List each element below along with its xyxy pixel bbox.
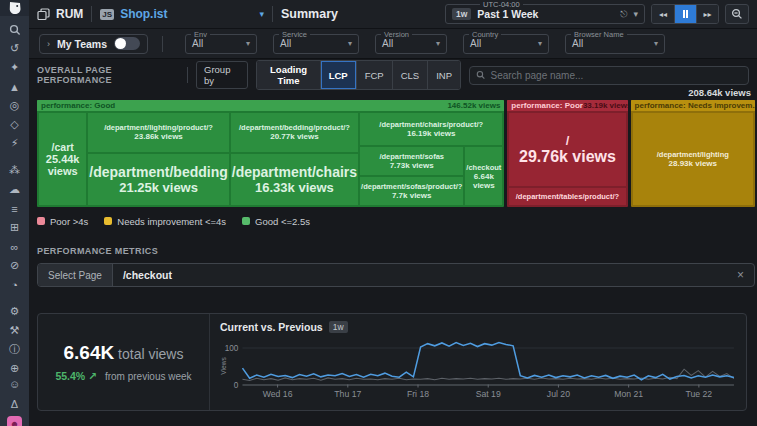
- watchdog-icon[interactable]: ✦: [4, 60, 25, 75]
- treemap-poor-header: performance: Poor 33.19k views: [507, 100, 627, 111]
- country-filter[interactable]: Country All ▾: [463, 34, 549, 54]
- views-chart-area: Current vs. Previous 1w 1000ViewsWed 16T…: [210, 314, 746, 410]
- invite-user-icon[interactable]: ☺: [4, 376, 25, 391]
- legend-needs-improvement[interactable]: Needs improvement <=4s: [104, 216, 226, 227]
- filter-bar: › My Teams Env All ▾ Service All ▾ Versi…: [29, 29, 757, 59]
- svg-text:Wed 16: Wed 16: [263, 389, 293, 399]
- shield-icon[interactable]: ⊘: [4, 258, 25, 273]
- total-views-suffix: total views: [114, 346, 183, 362]
- treemap-cell-root[interactable]: /29.76k views: [509, 113, 625, 186]
- treemap-cell-cart[interactable]: /cart25.44k views: [39, 113, 86, 205]
- select-page-bar[interactable]: Select Page /checkout ×: [37, 263, 755, 287]
- page-search-box[interactable]: [469, 66, 749, 85]
- treemap-cell-chairs-product[interactable]: /department/chairs/product/?16.19k views: [360, 113, 502, 145]
- rum-breadcrumb[interactable]: RUM: [37, 7, 83, 21]
- metrics-section-title: PERFORMANCE METRICS: [37, 246, 755, 256]
- env-filter[interactable]: Env All ▾: [185, 34, 257, 54]
- selected-page-value: /checkout: [113, 269, 727, 281]
- bell-icon[interactable]: Δ: [4, 396, 25, 411]
- application-name: Shop.ist: [120, 7, 167, 21]
- treemap-cell-lighting-product[interactable]: /department/lighting/product/?23.86k vie…: [88, 113, 228, 152]
- group-by-value[interactable]: Loading Time: [257, 61, 319, 89]
- svg-text:0: 0: [234, 381, 239, 390]
- tab-fcp[interactable]: FCP: [356, 61, 392, 89]
- svg-text:Thu 17: Thu 17: [334, 389, 361, 399]
- pause-button[interactable]: [674, 5, 696, 23]
- total-views-value: 6.64K total views: [64, 342, 184, 364]
- events-icon[interactable]: ⚡: [4, 136, 25, 151]
- legend-good[interactable]: Good <=2.5s: [242, 216, 310, 227]
- country-filter-value: All: [470, 38, 481, 49]
- search-icon[interactable]: [4, 22, 25, 37]
- views-line-chart[interactable]: 1000ViewsWed 16Thu 17Fri 18Sat 19Jul 20M…: [220, 335, 736, 401]
- treemap-cell-sofas-product[interactable]: /department/sofas/product/?7.7k views: [360, 177, 463, 205]
- apm-icon[interactable]: ◎: [4, 98, 25, 113]
- datadog-bear-icon: [7, 0, 23, 16]
- svg-text:Fri 18: Fri 18: [407, 389, 429, 399]
- service-filter-value: All: [280, 38, 291, 49]
- version-filter[interactable]: Version All ▾: [375, 34, 447, 54]
- metrics-icon[interactable]: ▲: [4, 79, 25, 94]
- group-by-button[interactable]: Group by: [196, 61, 248, 89]
- time-range-picker[interactable]: UTC-04:00 1w Past 1 Week ⎋ ▾: [445, 4, 645, 24]
- application-picker[interactable]: JS Shop.ist ▾: [100, 7, 264, 21]
- rum-windows-icon: [37, 8, 50, 21]
- env-filter-value: All: [192, 38, 203, 49]
- treemap-cell-bedding-product[interactable]: /department/bedding/product/?20.77k view…: [231, 113, 358, 152]
- treemap-cell-checkout[interactable]: /checkout6.64k views: [465, 147, 502, 205]
- treemap-needs-body: /department/lighting28.93k views: [631, 111, 755, 207]
- logs-icon[interactable]: ≡: [4, 201, 25, 216]
- good-header-label: performance: Good: [41, 101, 115, 110]
- clear-selection-icon[interactable]: ×: [727, 268, 754, 282]
- treemap-group-needs-improvement: performance: Needs improvem... /departme…: [631, 100, 755, 207]
- svg-text:Jul 20: Jul 20: [547, 389, 570, 399]
- sidebar-bottom-cluster: ☺ Δ ☻ ? Help: [4, 376, 25, 426]
- page-title: Summary: [281, 7, 338, 21]
- settings-gear-icon[interactable]: ⚙: [4, 304, 25, 319]
- good-header-views: 146.52k views: [447, 101, 500, 110]
- browser-name-filter[interactable]: Browser Name All ▾: [565, 34, 665, 54]
- treemap-group-good: performance: Good 146.52k views /cart25.…: [37, 100, 504, 207]
- legend-good-swatch: [242, 217, 250, 225]
- my-teams-toggle[interactable]: [114, 37, 140, 50]
- pin-icon[interactable]: ⎋: [620, 9, 627, 20]
- range-badge: 1w: [452, 8, 471, 20]
- rum-icon[interactable]: ⊞: [4, 220, 25, 235]
- info-icon[interactable]: ⓘ: [4, 342, 25, 357]
- tab-lcp[interactable]: LCP: [320, 61, 356, 89]
- integrations-icon[interactable]: ⚒: [4, 323, 25, 338]
- treemap-cell-sofas[interactable]: /department/sofas7.73k views: [360, 147, 463, 175]
- monitors-icon[interactable]: ◔: [4, 277, 25, 292]
- treemap-cell-lighting[interactable]: /department/lighting28.93k views: [633, 113, 753, 205]
- legend-poor-swatch: [37, 217, 45, 225]
- treemap-cell-tables-product[interactable]: /department/tables/product/?: [509, 188, 625, 205]
- user-avatar[interactable]: ☻: [7, 416, 22, 426]
- treemap-cell-chairs[interactable]: /department/chairs16.33k views: [231, 154, 358, 206]
- tab-inp[interactable]: INP: [427, 61, 460, 89]
- service-filter[interactable]: Service All ▾: [273, 34, 359, 54]
- legend-needs-swatch: [104, 217, 112, 225]
- delta-percent: 55.4% ↗: [55, 370, 97, 382]
- version-filter-value: All: [382, 38, 393, 49]
- datadog-logo[interactable]: [0, 0, 29, 16]
- service-map-icon[interactable]: ◇: [4, 117, 25, 132]
- security-icon[interactable]: ☁: [4, 182, 25, 197]
- section-title: OVERALL PAGE PERFORMANCE: [37, 65, 179, 85]
- treemap-group-poor: performance: Poor 33.19k views /29.76k v…: [507, 100, 627, 207]
- total-views-label: 208.64k views: [37, 87, 755, 99]
- network-icon[interactable]: ⁂: [4, 163, 25, 178]
- page-search-input[interactable]: [490, 70, 742, 81]
- treemap-cell-bedding[interactable]: /department/bedding21.25k views: [88, 154, 228, 206]
- history-icon[interactable]: ↺: [4, 41, 25, 56]
- org-icon[interactable]: ⊕: [4, 361, 25, 376]
- my-teams-toggle-pill[interactable]: › My Teams: [39, 34, 148, 54]
- svg-text:Tue 22: Tue 22: [685, 389, 712, 399]
- step-forward-button[interactable]: ▸▸: [696, 5, 718, 23]
- step-back-button[interactable]: ◂◂: [652, 5, 674, 23]
- legend-poor[interactable]: Poor >4s: [37, 216, 88, 227]
- tab-cls[interactable]: CLS: [392, 61, 427, 89]
- synthetics-icon[interactable]: ∞: [4, 239, 25, 254]
- chevron-right-icon: ›: [47, 39, 50, 49]
- divider: [187, 67, 188, 83]
- zoom-out-button[interactable]: [725, 4, 749, 24]
